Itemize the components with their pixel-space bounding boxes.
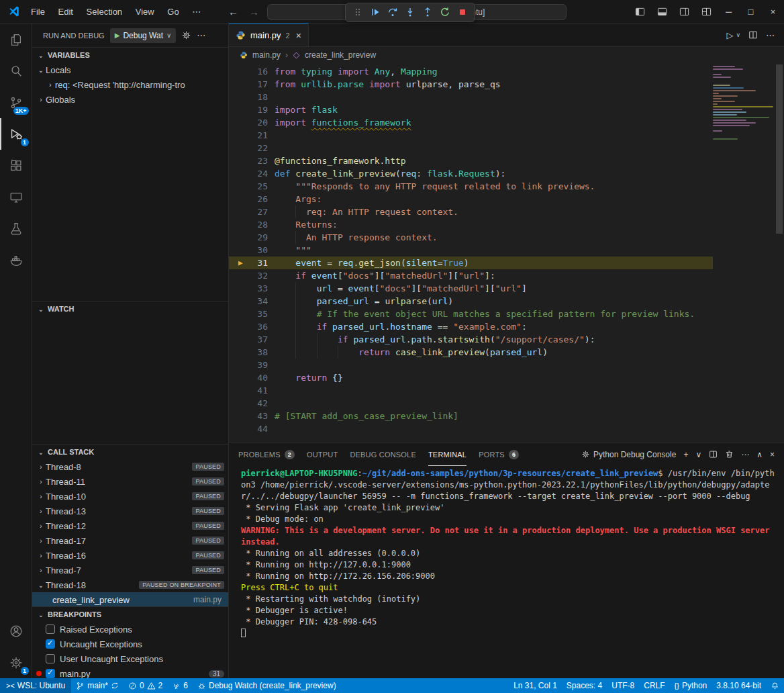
code-line[interactable]: 25 """Responds to any HTTP request relat…: [229, 180, 713, 193]
maximize-button[interactable]: □: [740, 0, 762, 23]
activity-remote-explorer-icon[interactable]: [0, 181, 32, 213]
activity-search-icon[interactable]: [0, 55, 32, 87]
debug-settings-gear-icon[interactable]: [181, 30, 191, 40]
callstack-thread-row[interactable]: ›Thread-12PAUSED: [32, 518, 228, 533]
debug-step-over-icon[interactable]: [385, 4, 401, 20]
code-line[interactable]: 39: [229, 359, 713, 371]
line-number[interactable]: 42: [229, 397, 268, 410]
minimap[interactable]: [713, 66, 773, 144]
variables-locals-row[interactable]: ⌄ Locals: [32, 62, 228, 77]
eol-status[interactable]: CRLF: [639, 678, 669, 693]
variables-header[interactable]: ⌄ VARIABLES: [32, 48, 228, 62]
breadcrumb-item-symbol[interactable]: create_link_preview: [305, 50, 376, 60]
sidebar-more-actions-icon[interactable]: ⋯: [197, 30, 205, 40]
customize-layout-icon[interactable]: [695, 0, 718, 23]
code-line[interactable]: 29 An HTTP response context.: [229, 231, 713, 244]
breakpoint-checkbox[interactable]: [46, 654, 55, 663]
line-number[interactable]: 28: [229, 218, 268, 231]
code-line[interactable]: 27 req: An HTTP request context.: [229, 205, 713, 218]
activity-explorer-icon[interactable]: [0, 24, 32, 55]
run-dropdown-chevron-icon[interactable]: ∨: [736, 32, 740, 38]
code-line[interactable]: 34 parsed_url = urlparse(url): [229, 295, 713, 308]
account-icon[interactable]: [0, 615, 32, 647]
code-line[interactable]: 36 if parsed_url.hostname == "example.co…: [229, 320, 713, 333]
line-number[interactable]: 35: [229, 308, 268, 320]
back-button[interactable]: ←: [226, 6, 241, 17]
debug-restart-icon[interactable]: [437, 4, 453, 20]
callstack-thread-row[interactable]: ›Thread-16PAUSED: [32, 548, 228, 563]
code-line[interactable]: 30 """: [229, 244, 713, 257]
editor[interactable]: 16from typing import Any, Mapping17from …: [229, 63, 784, 442]
terminal-dropdown-chevron-icon[interactable]: ∨: [695, 450, 701, 459]
breakpoint-row[interactable]: Raised Exceptions: [32, 622, 228, 637]
split-editor-icon[interactable]: [748, 30, 758, 40]
tab-close-icon[interactable]: ×: [296, 30, 301, 41]
breakpoint-row[interactable]: Uncaught Exceptions: [32, 637, 228, 651]
line-number[interactable]: 44: [229, 422, 268, 435]
new-terminal-icon[interactable]: +: [683, 450, 688, 459]
toggle-panel-icon[interactable]: [651, 0, 673, 23]
settings-gear-icon[interactable]: 1: [0, 647, 32, 678]
code-line[interactable]: 32 if event["docs"]["matchedUrl"]["url"]…: [229, 269, 713, 282]
menu-go[interactable]: Go: [162, 5, 184, 18]
debug-step-into-icon[interactable]: [402, 4, 418, 20]
remote-indicator[interactable]: >< WSL: Ubuntu: [0, 678, 71, 693]
code-line[interactable]: 22: [229, 142, 713, 154]
toggle-secondary-sidebar-icon[interactable]: [673, 0, 695, 23]
callstack-thread-row[interactable]: ›Thread-11PAUSED: [32, 474, 228, 489]
minimize-button[interactable]: ─: [718, 0, 740, 23]
tab-main-py[interactable]: main.py 2 ×: [229, 24, 309, 46]
maximize-panel-icon[interactable]: ∧: [756, 450, 763, 459]
run-python-file-icon[interactable]: ▷: [726, 30, 733, 40]
line-number[interactable]: 37: [229, 333, 268, 346]
line-number[interactable]: 41: [229, 384, 268, 397]
git-branch-status[interactable]: main*: [71, 678, 124, 693]
start-debugging-icon[interactable]: ▶: [115, 32, 120, 39]
code-line[interactable]: 41: [229, 384, 713, 397]
forward-button[interactable]: →: [246, 6, 262, 17]
breakpoint-checkbox[interactable]: [46, 639, 55, 649]
line-number[interactable]: 40: [229, 371, 268, 384]
problems-status[interactable]: 0 2: [124, 678, 167, 693]
indentation-status[interactable]: Spaces: 4: [562, 678, 607, 693]
callstack-frame-row[interactable]: create_link_previewmain.py: [32, 592, 228, 606]
menu-edit[interactable]: Edit: [53, 5, 79, 18]
panel-tab-terminal[interactable]: TERMINAL: [428, 443, 467, 466]
activity-run-debug-icon[interactable]: 1: [0, 118, 32, 150]
editor-more-actions-icon[interactable]: ⋯: [766, 30, 775, 40]
code-line[interactable]: 20import functions_framework: [229, 116, 713, 129]
debug-continue-icon[interactable]: [367, 4, 383, 20]
cursor-position-status[interactable]: Ln 31, Col 1: [509, 678, 562, 693]
line-number[interactable]: 27: [229, 205, 268, 218]
menu-selection[interactable]: Selection: [81, 5, 128, 18]
panel-more-actions-icon[interactable]: ⋯: [741, 450, 749, 459]
variables-globals-row[interactable]: › Globals: [32, 92, 228, 107]
close-panel-icon[interactable]: ×: [770, 450, 775, 459]
code-line[interactable]: 43# [START add_ons_case_preview_link]: [229, 410, 713, 422]
line-number[interactable]: 22: [229, 142, 268, 154]
line-number[interactable]: 43: [229, 410, 268, 422]
code-line[interactable]: 16from typing import Any, Mapping: [229, 65, 713, 78]
python-interpreter-status[interactable]: 3.8.10 64-bit: [712, 678, 766, 693]
debug-toolbar-drag-handle[interactable]: [350, 4, 366, 20]
code-line[interactable]: 17from urllib.parse import urlparse, par…: [229, 78, 713, 91]
breakpoint-checkbox[interactable]: [46, 669, 55, 678]
line-number[interactable]: 16: [229, 65, 268, 78]
line-number[interactable]: 34: [229, 295, 268, 308]
code-line[interactable]: 35 # If the event object URL matches a s…: [229, 308, 713, 320]
code-line[interactable]: 18: [229, 91, 713, 103]
split-terminal-icon[interactable]: [709, 450, 718, 459]
callstack-thread-row[interactable]: ›Thread-17PAUSED: [32, 533, 228, 548]
breakpoints-header[interactable]: ⌄ BREAKPOINTS: [32, 607, 228, 622]
code-line[interactable]: ▶31 event = req.get_json(silent=True): [229, 257, 713, 269]
line-number[interactable]: 20: [229, 116, 268, 129]
call-stack-header[interactable]: ⌄ CALL STACK: [32, 445, 228, 459]
menu-overflow[interactable]: ⋯: [187, 5, 206, 18]
editor-scrollbar[interactable]: [775, 63, 784, 442]
activity-docker-icon[interactable]: [0, 244, 32, 276]
line-number[interactable]: 39: [229, 359, 268, 371]
debug-step-out-icon[interactable]: [420, 4, 436, 20]
encoding-status[interactable]: UTF-8: [607, 678, 639, 693]
line-number[interactable]: 33: [229, 282, 268, 295]
code-line[interactable]: 40 return {}: [229, 371, 713, 384]
